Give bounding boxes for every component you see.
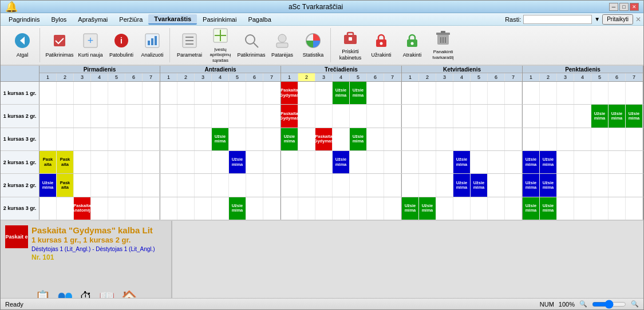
schedule-cell[interactable] <box>609 174 626 196</box>
schedule-cell[interactable] <box>57 82 74 104</box>
schedule-cell[interactable] <box>39 128 57 150</box>
schedule-cell[interactable] <box>402 128 419 150</box>
schedule-cell[interactable] <box>74 128 91 150</box>
schedule-cell[interactable] <box>246 105 263 127</box>
schedule-cell[interactable]: Užsie mima <box>229 197 246 220</box>
schedule-cell[interactable] <box>74 151 91 173</box>
schedule-cell[interactable] <box>108 174 125 196</box>
zoom-slider[interactable] <box>592 301 626 308</box>
schedule-cell[interactable] <box>367 105 384 127</box>
schedule-cell[interactable] <box>91 105 108 127</box>
schedule-cell[interactable] <box>488 174 505 196</box>
schedule-cell[interactable] <box>626 82 643 104</box>
schedule-cell[interactable] <box>143 82 160 104</box>
schedule-cell[interactable] <box>91 82 108 104</box>
schedule-cell[interactable] <box>108 105 125 127</box>
zoom-out-icon[interactable]: 🔍 <box>579 300 587 308</box>
schedule-cell[interactable] <box>367 128 384 150</box>
schedule-cell[interactable] <box>246 151 263 173</box>
schedule-cell[interactable]: Paskaita "Gydymas" <box>281 82 298 104</box>
schedule-event[interactable]: Užsie mima <box>453 151 470 173</box>
schedule-event[interactable]: Užsie mima <box>212 128 228 150</box>
schedule-cell[interactable] <box>609 151 626 173</box>
schedule-cell[interactable] <box>298 151 315 173</box>
schedule-cell[interactable] <box>125 174 143 196</box>
schedule-cell[interactable]: Paskaita "Anatomija" <box>74 197 91 220</box>
schedule-cell[interactable] <box>263 128 280 150</box>
schedule-cell[interactable] <box>108 128 125 150</box>
schedule-cell[interactable] <box>177 128 195 150</box>
schedule-cell[interactable]: Paskaita "Gydymas" <box>281 105 298 127</box>
schedule-cell[interactable] <box>177 151 195 173</box>
schedule-cell[interactable] <box>471 105 488 127</box>
schedule-cell[interactable] <box>591 128 609 150</box>
schedule-cell[interactable] <box>402 105 419 127</box>
schedule-cell[interactable] <box>212 105 229 127</box>
schedule-cell[interactable] <box>557 82 574 104</box>
schedule-event[interactable]: Užsie mima <box>402 197 418 220</box>
schedule-event[interactable]: Užsie mima <box>350 128 366 150</box>
schedule-cell[interactable] <box>263 197 280 220</box>
schedule-cell[interactable] <box>125 128 143 150</box>
schedule-cell[interactable] <box>436 82 453 104</box>
schedule-cell[interactable] <box>488 151 505 173</box>
schedule-cell[interactable] <box>91 197 108 220</box>
schedule-cell[interactable] <box>591 197 609 220</box>
restore-button[interactable]: □ <box>619 3 629 11</box>
schedule-cell[interactable] <box>574 128 591 150</box>
schedule-event[interactable]: Užsie mima <box>540 197 556 220</box>
schedule-cell[interactable]: Užsie mima <box>350 82 367 104</box>
schedule-cell[interactable] <box>367 174 384 196</box>
schedule-cell[interactable] <box>143 197 160 220</box>
schedule-event[interactable]: Paskaita "Gydymas" <box>281 105 298 127</box>
schedule-cell[interactable] <box>626 128 643 150</box>
advisor-button[interactable]: Patarėjas <box>267 29 297 62</box>
schedule-cell[interactable] <box>471 82 488 104</box>
schedule-cell[interactable]: Pask aita <box>57 174 74 196</box>
schedule-cell[interactable] <box>333 174 350 196</box>
schedule-cell[interactable] <box>195 174 212 196</box>
schedule-cell[interactable] <box>523 128 540 150</box>
schedule-cell[interactable]: Užsie mima <box>402 197 419 220</box>
schedule-cell[interactable] <box>436 105 453 127</box>
schedule-event[interactable]: Užsie mima <box>39 174 56 196</box>
schedule-cell[interactable] <box>177 82 195 104</box>
improve-button[interactable]: i Patobulinti <box>106 29 136 62</box>
schedule-cell[interactable] <box>212 174 229 196</box>
schedule-cell[interactable] <box>177 105 195 127</box>
schedule-cell[interactable] <box>229 82 246 104</box>
schedule-event[interactable]: Užsie mima <box>333 82 349 104</box>
schedule-event[interactable]: Užsie mima <box>453 174 470 196</box>
schedule-cell[interactable] <box>505 105 522 127</box>
params-button[interactable]: Parametrai <box>175 29 204 62</box>
schedule-cell[interactable] <box>229 128 246 150</box>
schedule-event[interactable]: Užsie mima <box>609 105 625 127</box>
schedule-cell[interactable] <box>177 174 195 196</box>
schedule-cell[interactable] <box>212 82 229 104</box>
schedule-cell[interactable] <box>246 174 263 196</box>
schedule-cell[interactable] <box>39 197 57 220</box>
schedule-event[interactable]: Paskaita "Gydymas" <box>281 82 298 104</box>
schedule-cell[interactable] <box>453 197 471 220</box>
schedule-cell[interactable] <box>195 197 212 220</box>
schedule-cell[interactable] <box>419 105 436 127</box>
schedule-cell[interactable]: Užsie mima <box>333 151 350 173</box>
delete-button[interactable]: Panaikinti tvarkaraštį <box>428 29 458 62</box>
schedule-cell[interactable] <box>471 151 488 173</box>
schedule-cell[interactable] <box>367 151 384 173</box>
schedule-cell[interactable] <box>505 128 522 150</box>
schedule-cell[interactable] <box>557 128 574 150</box>
schedule-cell[interactable] <box>384 105 401 127</box>
menu-perziura[interactable]: Peržiūra <box>113 15 148 24</box>
schedule-cell[interactable] <box>143 105 160 127</box>
schedule-cell[interactable] <box>91 128 108 150</box>
schedule-cell[interactable] <box>246 82 263 104</box>
schedule-cell[interactable] <box>350 151 367 173</box>
analyze-button[interactable]: Analizuoti <box>137 29 167 62</box>
schedule-cell[interactable] <box>471 197 488 220</box>
schedule-cell[interactable] <box>315 105 333 127</box>
apply-button[interactable]: Pritaikyti <box>602 14 633 25</box>
schedule-cell[interactable] <box>557 105 574 127</box>
schedule-cell[interactable] <box>91 151 108 173</box>
schedule-cell[interactable] <box>57 105 74 127</box>
